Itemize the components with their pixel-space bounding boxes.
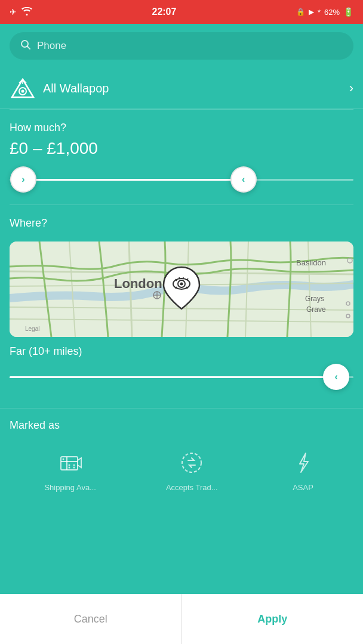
marked-as-section: Marked as Shipping Ava...: [0, 408, 363, 504]
svg-point-43: [73, 465, 75, 466]
location-section-label: Where?: [0, 205, 363, 232]
svg-text:Grave: Grave: [306, 305, 326, 314]
bottom-bar: Cancel Apply: [0, 594, 363, 644]
cancel-label: Cancel: [74, 613, 107, 626]
price-slider-track: [10, 179, 353, 181]
category-icon: [10, 75, 36, 101]
price-section-label: How much?: [0, 110, 363, 137]
asap-icon: [288, 447, 319, 478]
svg-point-4: [21, 90, 24, 93]
price-slider-container: › ‹: [0, 166, 363, 205]
chevron-right-icon: ›: [349, 80, 353, 96]
status-left-icons: ✈: [10, 7, 32, 17]
distance-slider-fill: [10, 376, 336, 378]
svg-point-31: [180, 283, 183, 286]
shipping-icon: [55, 447, 86, 478]
status-time: 22:07: [152, 7, 176, 17]
cancel-button[interactable]: Cancel: [0, 594, 182, 644]
price-section: How much? £0 – £1,000 › ‹: [0, 110, 363, 205]
status-right-icons: 🔒 ▶ * 62% 🔋: [296, 7, 353, 17]
svg-point-45: [73, 467, 75, 469]
svg-point-41: [62, 459, 64, 460]
svg-text:London: London: [114, 276, 162, 291]
battery-icon: 🔋: [343, 7, 353, 17]
badge-shipping[interactable]: Shipping Ava...: [44, 447, 96, 492]
svg-line-1: [27, 47, 30, 49]
svg-point-44: [68, 467, 70, 469]
status-bar: ✈ 22:07 🔒 ▶ * 62% 🔋: [0, 0, 363, 24]
trade-icon: [176, 447, 207, 478]
category-row[interactable]: All Wallapop ›: [0, 68, 363, 109]
svg-text:Basildon: Basildon: [296, 258, 326, 267]
marked-as-label: Marked as: [0, 408, 363, 441]
dist-thumb-arrow: ‹: [335, 371, 338, 382]
category-label: All Wallapop: [43, 82, 349, 95]
svg-point-46: [182, 453, 201, 472]
battery-label: 62%: [324, 8, 340, 17]
apply-label: Apply: [257, 613, 287, 626]
apply-button[interactable]: Apply: [182, 594, 364, 644]
location-icon: ▶: [309, 8, 314, 16]
search-icon: [20, 39, 31, 52]
svg-text:Legal: Legal: [25, 326, 39, 332]
map-pin: [161, 264, 202, 306]
badge-asap[interactable]: ASAP: [288, 447, 319, 492]
trade-badge-label: Accepts Trad...: [166, 483, 218, 492]
price-slider-thumb-right[interactable]: ‹: [230, 166, 257, 193]
svg-text:Grays: Grays: [305, 295, 324, 303]
bottom-spacer: [0, 504, 363, 554]
price-slider-fill: [23, 179, 244, 181]
lock-icon: 🔒: [296, 8, 305, 16]
distance-slider-thumb[interactable]: ‹: [323, 364, 349, 390]
plane-icon: ✈: [10, 7, 17, 17]
price-slider-thumb-left[interactable]: ›: [10, 166, 36, 193]
wifi-icon: [21, 7, 32, 17]
price-range: £0 – £1,000: [0, 137, 363, 166]
distance-slider-container: ‹: [0, 364, 363, 402]
search-placeholder: Phone: [37, 40, 66, 52]
location-section: Where? London: [0, 205, 363, 402]
thumb-right-arrow: ‹: [242, 174, 245, 185]
shipping-badge-label: Shipping Ava...: [44, 483, 96, 492]
asap-badge-label: ASAP: [293, 483, 313, 492]
svg-point-42: [68, 465, 70, 466]
thumb-left-arrow: ›: [21, 174, 24, 185]
svg-line-33: [179, 277, 180, 279]
distance-label: Far (10+ miles): [0, 337, 363, 364]
search-bar[interactable]: Phone: [10, 32, 353, 60]
distance-slider-track: [10, 376, 353, 378]
bluetooth-icon: *: [318, 8, 321, 17]
map-container[interactable]: London Basildon Grays Grave Legal: [10, 242, 353, 337]
badge-trade[interactable]: Accepts Trad...: [166, 447, 218, 492]
badges-row: Shipping Ava... Accepts Trad...: [0, 441, 363, 504]
